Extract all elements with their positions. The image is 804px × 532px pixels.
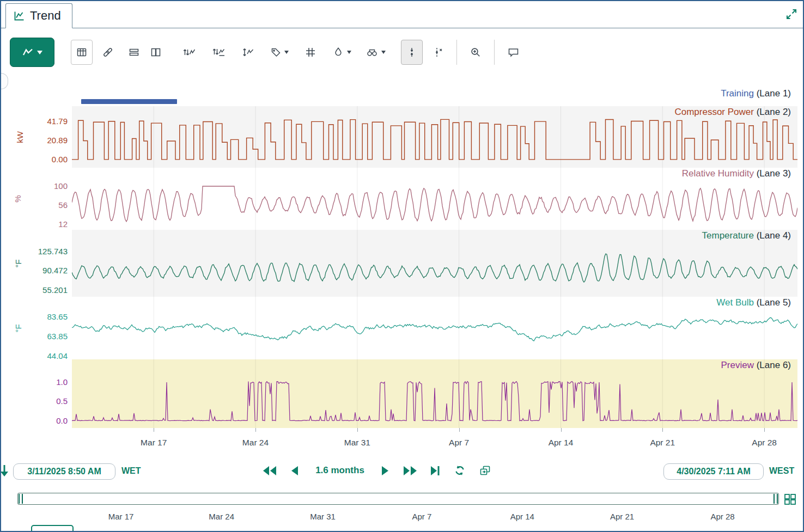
tab-trend[interactable]: Trend bbox=[5, 3, 72, 28]
lane-number: (Lane 5) bbox=[754, 297, 791, 308]
toolbar-separator bbox=[494, 40, 495, 65]
step-back-button[interactable] bbox=[290, 464, 300, 477]
y-axis-tick-label: 0.00 bbox=[52, 155, 68, 164]
display-range-slider[interactable] bbox=[17, 493, 779, 505]
comment-icon bbox=[507, 46, 520, 58]
jump-to-now-button[interactable] bbox=[429, 464, 442, 477]
y-axis-tick-label: 0.0 bbox=[56, 416, 68, 426]
signal-name[interactable]: Preview bbox=[721, 360, 753, 370]
plot-area[interactable] bbox=[72, 359, 797, 428]
y-axis-tick-label: 56 bbox=[58, 200, 68, 210]
signal-line[interactable] bbox=[72, 317, 797, 341]
duration-label[interactable]: 1.6 months bbox=[310, 465, 369, 476]
scroll-down-icon[interactable] bbox=[0, 464, 10, 477]
step-forward-button[interactable] bbox=[380, 464, 390, 477]
lane-number: (Lane 3) bbox=[754, 168, 791, 179]
split-icon bbox=[150, 46, 162, 58]
value-cursor-button[interactable] bbox=[401, 40, 423, 65]
end-time-input[interactable]: 4/30/2025 7:11 AM bbox=[663, 463, 764, 480]
lane-label[interactable]: Training (Lane 1) bbox=[721, 88, 791, 99]
lane-label[interactable]: Temperature (Lane 4) bbox=[702, 230, 791, 241]
signal-name[interactable]: Wet Bulb bbox=[716, 297, 754, 308]
signal-plot[interactable] bbox=[72, 297, 797, 359]
start-timezone[interactable]: WET bbox=[121, 466, 141, 476]
labels-button[interactable] bbox=[267, 40, 292, 65]
gridlines-button[interactable] bbox=[300, 40, 321, 65]
lane-label[interactable]: Relative Humidity (Lane 3) bbox=[682, 168, 791, 179]
double-left-arrow-icon bbox=[263, 466, 277, 475]
training-capsule[interactable] bbox=[81, 99, 177, 104]
capsule-time-button[interactable] bbox=[71, 40, 93, 65]
annotate-button[interactable] bbox=[502, 40, 524, 65]
signal-name[interactable]: Training bbox=[721, 88, 754, 99]
y-axis[interactable]: 1.00.50.0 bbox=[1, 359, 72, 428]
x-axis-label: Apr 7 bbox=[449, 438, 469, 448]
grid-icon bbox=[304, 46, 316, 58]
fit-range-icon[interactable] bbox=[783, 493, 797, 506]
lane-label[interactable]: Wet Bulb (Lane 5) bbox=[716, 297, 791, 308]
chevron-down-icon bbox=[347, 51, 351, 54]
signal-line[interactable] bbox=[72, 254, 797, 282]
double-right-arrow-icon bbox=[403, 466, 417, 475]
trend-view-dropdown-button[interactable] bbox=[10, 38, 54, 67]
start-time-input[interactable]: 3/11/2025 8:50 AM bbox=[13, 463, 115, 480]
signal-name[interactable]: Compressor Power bbox=[674, 107, 754, 117]
trend-chart[interactable]: Training (Lane 1)kW41.7920.890.00Compres… bbox=[1, 81, 803, 428]
y-axis[interactable]: kW41.7920.890.00 bbox=[1, 106, 72, 168]
signal-name[interactable]: Relative Humidity bbox=[682, 168, 754, 179]
lanes-icon bbox=[128, 46, 140, 58]
range-axis-label: Apr 21 bbox=[610, 512, 634, 521]
y-axis-tick-label: 125.743 bbox=[38, 247, 68, 256]
investigate-button[interactable] bbox=[362, 40, 389, 65]
y-axis-tick-label: 20.89 bbox=[47, 136, 68, 145]
refresh-icon bbox=[454, 465, 465, 476]
y-axis[interactable]: °F83.6563.8544.04 bbox=[1, 297, 72, 359]
signal-line[interactable] bbox=[72, 382, 797, 421]
step-back-fast-button[interactable] bbox=[261, 464, 279, 477]
refresh-button[interactable] bbox=[453, 463, 467, 478]
plot-area[interactable] bbox=[72, 230, 797, 297]
chevron-down-icon bbox=[37, 51, 42, 54]
lane-5: °F83.6563.8544.04Wet Bulb (Lane 5) bbox=[1, 297, 797, 359]
y-axis-tick-label: 41.79 bbox=[47, 117, 68, 126]
autoscale-lane-button[interactable] bbox=[237, 40, 259, 65]
zoom-button[interactable] bbox=[465, 40, 486, 65]
lane-number: (Lane 6) bbox=[754, 360, 791, 370]
partial-button[interactable] bbox=[31, 525, 74, 532]
copy-time-range-button[interactable] bbox=[478, 463, 493, 478]
y-axis-tick-label: 12 bbox=[58, 219, 68, 229]
y-axis[interactable]: °F125.74390.47255.201 bbox=[1, 230, 72, 297]
chevron-down-icon bbox=[284, 51, 289, 54]
plot-area[interactable] bbox=[72, 81, 797, 106]
x-axis-label: Apr 21 bbox=[650, 438, 675, 448]
step-forward-fast-button[interactable] bbox=[401, 464, 418, 477]
lane-number: (Lane 1) bbox=[754, 88, 791, 99]
y-axis[interactable]: %1005612 bbox=[1, 168, 72, 230]
signal-line[interactable] bbox=[72, 119, 797, 160]
signal-name[interactable]: Temperature bbox=[702, 230, 754, 241]
cursor-options-button[interactable] bbox=[427, 40, 449, 65]
binoculars-icon bbox=[366, 46, 379, 58]
lane-layout-button[interactable] bbox=[123, 40, 145, 65]
x-axis-tick bbox=[357, 428, 358, 432]
signal-plot[interactable] bbox=[72, 359, 797, 428]
y-axis-unit: kW bbox=[15, 131, 25, 143]
compare-signals-button[interactable] bbox=[179, 40, 200, 65]
lane-label[interactable]: Compressor Power (Lane 2) bbox=[674, 107, 791, 118]
trend-icon bbox=[22, 48, 33, 57]
plot-area[interactable] bbox=[72, 297, 797, 359]
range-slider-left-handle[interactable] bbox=[19, 494, 23, 504]
split-lanes-button[interactable] bbox=[145, 40, 167, 65]
lane-label[interactable]: Preview (Lane 6) bbox=[721, 360, 791, 371]
y-axis[interactable] bbox=[1, 81, 72, 106]
expand-icon[interactable] bbox=[785, 8, 797, 20]
chain-view-button[interactable] bbox=[97, 40, 119, 65]
signal-line[interactable] bbox=[72, 186, 797, 222]
y-axis-unit: °F bbox=[14, 324, 23, 332]
end-timezone[interactable]: WEST bbox=[769, 466, 794, 476]
compare-signals-alt-button[interactable] bbox=[208, 40, 230, 65]
signal-plot[interactable] bbox=[72, 230, 797, 297]
samples-button[interactable] bbox=[329, 40, 355, 65]
x-axis-label: Apr 28 bbox=[752, 438, 777, 448]
range-slider-right-handle[interactable] bbox=[773, 494, 778, 504]
